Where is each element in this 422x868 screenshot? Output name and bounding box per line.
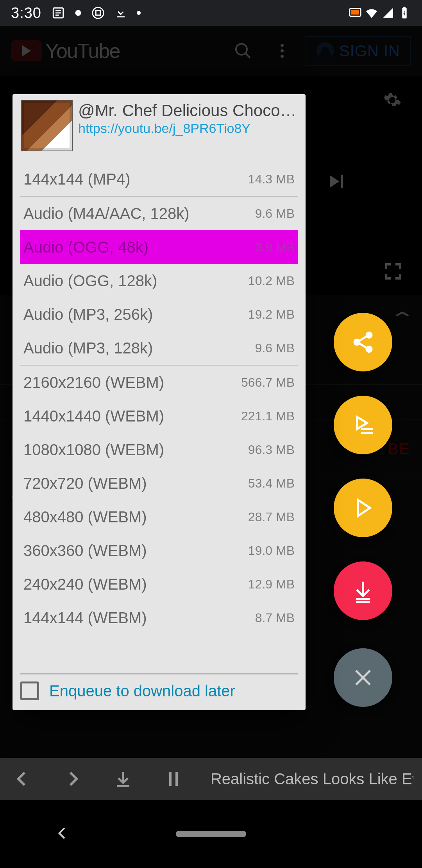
- cast-icon: [349, 6, 362, 20]
- format-size: 221.1 MB: [241, 409, 295, 423]
- format-label: Audio (OGG, 48k): [23, 239, 148, 256]
- download-fab[interactable]: [334, 561, 392, 620]
- svg-rect-7: [117, 16, 125, 18]
- wifi-icon: [365, 6, 378, 20]
- format-option[interactable]: 240x240 (MP4)20.0 MB: [20, 154, 298, 162]
- format-size: 9.6 MB: [255, 206, 295, 221]
- format-size: 8.7 MB: [255, 611, 295, 625]
- format-option[interactable]: Audio (OGG, 128k)10.2 MB: [20, 264, 298, 298]
- svg-line-20: [359, 336, 367, 341]
- chevron-up-icon: ⌃: [389, 307, 416, 331]
- svg-point-14: [281, 44, 284, 47]
- format-size: 9.6 MB: [255, 341, 295, 355]
- downloads-button[interactable]: [109, 764, 136, 793]
- format-size: 96.3 MB: [248, 443, 295, 457]
- youtube-logo[interactable]: YouTube: [11, 39, 120, 63]
- fab-stack: [334, 313, 392, 707]
- fullscreen-icon[interactable]: [377, 256, 409, 287]
- format-size: 28.7 MB: [248, 510, 295, 524]
- format-label: Audio (OGG, 128k): [23, 272, 157, 290]
- format-size: 3.9 MB: [255, 240, 295, 255]
- format-label: 144x144 (WEBM): [23, 609, 147, 627]
- more-notifications-dot: [137, 11, 141, 15]
- video-thumbnail: [21, 100, 73, 151]
- format-option[interactable]: Audio (OGG, 48k)3.9 MB: [20, 230, 298, 264]
- format-option[interactable]: 1440x1440 (WEBM)221.1 MB: [20, 399, 298, 433]
- enqueue-row[interactable]: Enqueue to download later: [20, 681, 298, 700]
- battery-charging-icon: [398, 6, 411, 20]
- dialog-header: @Mr. Chef Delicious Choco… https://youtu…: [13, 94, 306, 154]
- chat-icon: [74, 9, 82, 17]
- format-list[interactable]: 240x240 (MP4)20.0 MB144x144 (MP4)14.3 MB…: [13, 154, 306, 673]
- format-option[interactable]: Audio (MP3, 256k)19.2 MB: [20, 298, 298, 331]
- format-label: 1440x1440 (WEBM): [23, 407, 164, 425]
- nav-back-button[interactable]: [9, 764, 36, 793]
- format-option[interactable]: 720x720 (WEBM)53.4 MB: [20, 466, 298, 500]
- status-bar: 3:30: [0, 0, 422, 26]
- download-icon: [114, 6, 127, 20]
- skip-next-icon[interactable]: [320, 166, 352, 197]
- now-playing-title[interactable]: Realistic Cakes Looks Like Ev..: [211, 770, 413, 788]
- playlist-fab[interactable]: [334, 396, 392, 454]
- svg-point-15: [281, 49, 284, 52]
- status-time: 3:30: [11, 5, 41, 22]
- bottom-toolbar: Realistic Cakes Looks Like Ev..: [0, 758, 422, 800]
- system-back-button[interactable]: [55, 825, 70, 843]
- dialog-title: @Mr. Chef Delicious Choco…: [78, 101, 301, 120]
- format-option[interactable]: 1080x1080 (WEBM)96.3 MB: [20, 433, 298, 466]
- format-label: Audio (M4A/AAC, 128k): [23, 205, 190, 222]
- format-label: 1080x1080 (WEBM): [23, 441, 164, 459]
- sign-in-button[interactable]: SIGN IN: [306, 36, 411, 66]
- svg-line-13: [245, 53, 250, 58]
- svg-point-16: [281, 55, 284, 58]
- gear-icon[interactable]: [377, 84, 408, 116]
- pause-button[interactable]: [160, 764, 187, 793]
- svg-rect-6: [96, 11, 100, 15]
- share-fab[interactable]: [334, 313, 392, 371]
- close-fab[interactable]: [334, 648, 392, 707]
- format-size: 566.7 MB: [241, 375, 295, 390]
- format-label: Audio (MP3, 128k): [23, 339, 153, 357]
- format-option[interactable]: 144x144 (WEBM)8.7 MB: [20, 601, 298, 635]
- dialog-url[interactable]: https://youtu.be/j_8PR6Tio8Y: [78, 121, 301, 136]
- news-icon: [52, 6, 65, 20]
- format-size: 19.2 MB: [248, 307, 295, 322]
- format-size: 19.0 MB: [248, 543, 295, 558]
- format-label: 2160x2160 (WEBM): [23, 374, 164, 391]
- youtube-wordmark: YouTube: [45, 39, 120, 63]
- format-size: 12.9 MB: [248, 577, 295, 592]
- svg-line-21: [359, 343, 367, 348]
- format-label: 720x720 (WEBM): [23, 475, 147, 492]
- svg-point-4: [75, 10, 81, 16]
- format-option[interactable]: 144x144 (MP4)14.3 MB: [20, 162, 298, 196]
- format-option[interactable]: 480x480 (WEBM)28.7 MB: [20, 500, 298, 534]
- avatar-icon: [316, 42, 334, 59]
- format-option[interactable]: Audio (MP3, 128k)9.6 MB: [20, 331, 298, 365]
- format-label: 240x240 (MP4): [23, 154, 130, 154]
- download-picker-dialog: @Mr. Chef Delicious Choco… https://youtu…: [13, 94, 306, 710]
- format-size: 53.4 MB: [248, 476, 295, 491]
- format-size: 14.3 MB: [248, 172, 295, 187]
- format-option[interactable]: 2160x2160 (WEBM)566.7 MB: [20, 366, 298, 399]
- search-icon[interactable]: [227, 35, 259, 66]
- svg-point-5: [93, 7, 104, 18]
- youtube-header: YouTube SIGN IN: [0, 26, 422, 76]
- svg-point-12: [236, 44, 247, 55]
- nav-forward-button[interactable]: [59, 764, 86, 793]
- sign-in-label: SIGN IN: [339, 42, 400, 60]
- more-vert-icon[interactable]: [266, 35, 298, 66]
- format-option[interactable]: 240x240 (WEBM)12.9 MB: [20, 567, 298, 601]
- play-fab[interactable]: [334, 479, 392, 537]
- format-label: 480x480 (WEBM): [23, 508, 147, 526]
- format-label: 240x240 (WEBM): [23, 576, 147, 593]
- android-nav-bar: [0, 800, 422, 868]
- enqueue-label: Enqueue to download later: [49, 682, 235, 700]
- svg-rect-11: [403, 7, 406, 8]
- enqueue-checkbox[interactable]: [20, 681, 39, 700]
- format-size: 10.2 MB: [248, 274, 295, 288]
- screenshot-icon: [91, 6, 105, 20]
- system-home-pill[interactable]: [176, 831, 246, 837]
- format-option[interactable]: Audio (M4A/AAC, 128k)9.6 MB: [20, 197, 298, 230]
- format-label: 144x144 (MP4): [23, 170, 130, 188]
- format-option[interactable]: 360x360 (WEBM)19.0 MB: [20, 534, 298, 567]
